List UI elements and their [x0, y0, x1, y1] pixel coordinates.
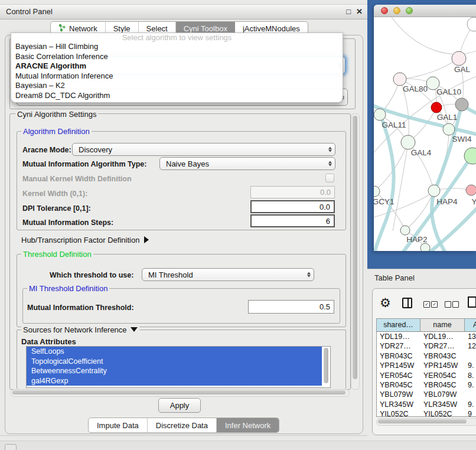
table-header-row: shared… name A	[377, 319, 476, 332]
table-row[interactable]: YDL19…YDL19…13	[377, 332, 476, 341]
tab-select-label: Select	[146, 24, 168, 33]
apply-button[interactable]: Apply	[158, 398, 201, 413]
column-header-shared-name[interactable]: shared…	[377, 319, 420, 331]
mi-steps-label: Mutual Information Steps:	[22, 219, 113, 227]
network-node[interactable]	[466, 185, 476, 195]
column-header-name[interactable]: name	[420, 319, 465, 331]
which-threshold-combobox[interactable]: MI Threshold	[142, 268, 314, 281]
network-node[interactable]	[374, 109, 386, 120]
table-row[interactable]: YBR043CYBR043C	[377, 351, 476, 361]
gear-icon[interactable]: ⚙	[380, 296, 391, 310]
scrollbar-thumb[interactable]	[12, 390, 345, 394]
cyni-algorithm-settings-title: Cyni Algorithm Settings	[15, 110, 98, 119]
network-node-label: SWI4	[452, 135, 471, 144]
table-row[interactable]: YBR045CYBR045C9.	[377, 380, 476, 390]
minimized-panel-button[interactable]	[5, 444, 17, 450]
bottom-tabbar: Impute Data Discretize Data Infer Networ…	[88, 418, 279, 433]
network-node[interactable]	[431, 102, 442, 113]
tab-infer-network-label: Infer Network	[225, 421, 270, 430]
tab-discretize-data-label: Discretize Data	[156, 421, 208, 430]
network-node-label: GAL11	[382, 120, 406, 129]
manual-kernel-label: Manual Kernel Width Definition	[22, 175, 132, 183]
bottom-strip	[0, 441, 476, 450]
network-node[interactable]	[401, 135, 415, 149]
list-scrollbar-thumb[interactable]	[324, 348, 328, 383]
dropdown-item-aracne[interactable]: ARACNE Algorithm	[11, 61, 343, 71]
mi-steps-input[interactable]: 6	[250, 214, 335, 227]
columns-icon[interactable]	[402, 298, 412, 308]
deselect-all-box-icon[interactable]	[452, 301, 459, 308]
network-node[interactable]	[393, 73, 406, 86]
list-item[interactable]: gal4RGexp	[27, 376, 322, 386]
scrollbar-thumb[interactable]	[353, 116, 357, 379]
settings-vertical-scrollbar[interactable]	[351, 113, 360, 390]
dropdown-item[interactable]: Bayesian – K2	[11, 81, 343, 91]
table-row[interactable]: YPR145WYPR145W9.	[377, 361, 476, 370]
network-node[interactable]	[452, 51, 466, 66]
tab-discretize-data[interactable]: Discretize Data	[148, 418, 217, 432]
dropdown-item[interactable]: Dream8 DC_TDC Algorithm	[11, 91, 343, 101]
sources-toggle[interactable]: Sources for Network Inference	[21, 325, 139, 334]
mi-type-label: Mutual Information Algorithm Type:	[22, 160, 146, 168]
dpi-tolerance-input[interactable]: 0.0	[250, 200, 335, 213]
algorithm-dropdown-popup: Select algorithm to view settings Bayesi…	[11, 32, 343, 103]
network-node-label: Y	[471, 197, 476, 206]
tab-jactivemnodules-label: jActiveMNodules	[243, 24, 300, 33]
list-item[interactable]: BetweennessCentrality	[27, 366, 322, 376]
panel-divider	[0, 435, 367, 436]
table-horizontal-scrollbar[interactable]	[376, 418, 476, 426]
column-header-partial[interactable]: A	[465, 319, 476, 331]
table-row[interactable]: YDR27…YDR27…12	[377, 341, 476, 351]
close-traffic-light-icon[interactable]	[381, 7, 388, 14]
close-icon[interactable]: ✕	[356, 5, 363, 19]
network-node[interactable]	[467, 17, 476, 31]
list-item[interactable]: SelfLoops	[27, 347, 322, 357]
tab-cyni-toolbox-label: Cyni Toolbox	[184, 24, 227, 33]
network-node[interactable]	[400, 226, 410, 235]
deselect-all-box-icon[interactable]	[445, 301, 451, 308]
network-node-label: GAL80	[403, 84, 428, 93]
scrollbar-thumb[interactable]	[378, 419, 467, 423]
mi-type-combobox[interactable]: Naive Bayes	[159, 157, 335, 170]
hub-definition-toggle[interactable]: Hub/Transcription Factor Definition	[21, 236, 149, 244]
settings-horizontal-scrollbar[interactable]	[11, 389, 350, 397]
mi-threshold-label: Mutual Information Threshold:	[27, 304, 134, 312]
table-row[interactable]: YER054CYER054C8.	[377, 371, 476, 380]
network-node[interactable]	[455, 98, 468, 111]
network-node[interactable]	[443, 123, 455, 135]
dropdown-item[interactable]: Bayesian – Hill Climbing	[11, 42, 343, 52]
which-threshold-label: Which threshold to use:	[50, 271, 133, 279]
combo-spinner-icon	[328, 161, 332, 167]
network-window-titlebar[interactable]	[374, 5, 476, 17]
kernel-width-input[interactable]: 0.0	[250, 186, 335, 198]
aracne-mode-combobox[interactable]: Discovery	[72, 143, 335, 156]
document-icon[interactable]	[468, 296, 476, 308]
aracne-mode-label: Aracne Mode:	[22, 146, 71, 154]
table-row[interactable]: YBL079WYBL079W	[377, 390, 476, 399]
tab-infer-network[interactable]: Infer Network	[217, 418, 279, 432]
mi-steps-value: 6	[326, 217, 330, 226]
mi-threshold-input[interactable]: 0.5	[248, 300, 334, 314]
network-node[interactable]	[428, 185, 440, 197]
data-attributes-label: Data Attributes	[21, 337, 76, 346]
zoom-traffic-light-icon[interactable]	[406, 7, 413, 14]
data-attributes-list[interactable]: SelfLoops TopologicalCoefficient Between…	[26, 346, 331, 388]
node-table: shared… name A YDL19…YDL19…13 YDR27…YDR2…	[376, 318, 476, 417]
select-all-check-icon[interactable]: ✓	[423, 301, 430, 308]
float-window-icon[interactable]: □	[346, 5, 351, 19]
network-canvas[interactable]: GALGAL80GAL10GAL1GAL11SWI4GAL4GCY1HAP4YH…	[374, 17, 476, 251]
network-node[interactable]	[420, 243, 430, 251]
mi-threshold-value: 0.5	[319, 302, 330, 311]
dropdown-item[interactable]: Basic Correlation Inference	[11, 52, 343, 62]
tab-impute-data[interactable]: Impute Data	[89, 418, 148, 432]
table-row[interactable]: YLR345WYLR345W9.	[377, 400, 476, 409]
table-row[interactable]: YIL052CYIL052C9	[377, 409, 476, 417]
algorithm-definition-title: Algorithm Definition	[21, 127, 92, 136]
dpi-tolerance-label: DPI Tolerance [0,1]:	[22, 204, 91, 213]
manual-kernel-checkbox[interactable]	[325, 174, 334, 182]
select-all-check-icon[interactable]: ✓	[431, 301, 438, 308]
minimize-traffic-light-icon[interactable]	[393, 7, 400, 14]
list-item[interactable]: TopologicalCoefficient	[27, 357, 322, 367]
tab-impute-data-label: Impute Data	[97, 421, 139, 430]
dropdown-item[interactable]: Mutual Information Inference	[11, 71, 343, 81]
